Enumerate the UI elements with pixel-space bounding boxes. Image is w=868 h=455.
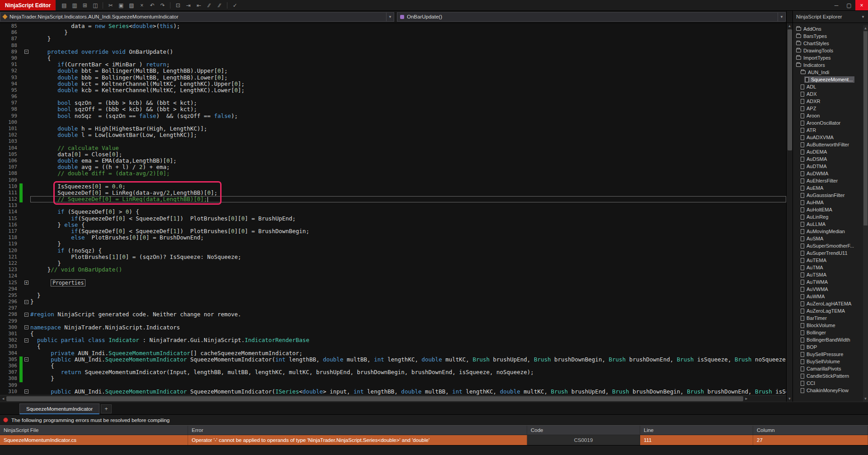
scroll-down-icon[interactable]: ▼ <box>787 396 793 402</box>
code-line-299[interactable]: 299 <box>0 318 786 324</box>
tab-squeeze-momentum-indicator[interactable]: SqueezeMomentumIndicator <box>19 403 99 414</box>
outdent-icon[interactable]: ⇤ <box>194 1 203 9</box>
print-icon[interactable]: ⊞ <box>80 1 90 9</box>
code-line-86[interactable]: 86 } <box>0 29 786 36</box>
undo-icon[interactable]: ↶ <box>147 1 157 9</box>
collapsed-region-box[interactable]: Properties <box>51 279 85 286</box>
explorer-item-autma[interactable]: AuTMA <box>793 264 863 271</box>
vertical-scrollbar-track[interactable]: ▲ ▼ <box>787 23 793 402</box>
vertical-scrollbar[interactable]: ▲ ▼ <box>786 11 793 402</box>
explorer-item-auadxvma[interactable]: AuADXVMA <box>793 134 863 141</box>
explorer-item-bollingerbandwidth[interactable]: BollingerBandWidth <box>793 336 863 343</box>
type-selector-dropdown[interactable]: NinjaTrader.NinjaScript.Indicators.AUN_I… <box>0 12 394 22</box>
explorer-item-auwma[interactable]: AuWMA <box>793 293 863 300</box>
code-line-125[interactable]: 125+ Properties <box>0 280 786 286</box>
code-line-94[interactable]: 94 double kct = KeltnerChannel(MultKC, L… <box>0 81 786 87</box>
code-line-296[interactable]: 296−} <box>0 299 786 305</box>
error-col-header-line[interactable]: Line <box>640 426 753 435</box>
code-line-297[interactable]: 297 <box>0 305 786 311</box>
code-line-112[interactable]: 112 // SqueezeDef[0] = LinReg(data,Lengt… <box>0 196 786 202</box>
minimize-icon[interactable]: ─ <box>830 0 843 10</box>
code-line-306[interactable]: 306 { <box>0 363 786 369</box>
member-selector-dropdown[interactable]: OnBarUpdate() ▼ <box>397 12 786 22</box>
explorer-item-ausma[interactable]: AuSMA <box>793 235 863 242</box>
new-tab-button[interactable]: + <box>101 404 112 413</box>
explorer-item-auehlersfilter[interactable]: AuEhlersFilter <box>793 177 863 184</box>
code-line-107[interactable]: 107 double avg = ((h + l) / 2) + ema; <box>0 164 786 170</box>
code-line-303[interactable]: 303 { <box>0 343 786 350</box>
explorer-item-auzerolagtema[interactable]: AuZeroLagTEMA <box>793 307 863 314</box>
code-line-301[interactable]: 301{ <box>0 331 786 337</box>
explorer-item-aun-indi[interactable]: AUN_Indi <box>793 69 863 76</box>
code-line-101[interactable]: 101 double h = High[HighestBar(High, Len… <box>0 126 786 132</box>
code-line-85[interactable]: 85 data = new Series<double>(this); <box>0 23 786 29</box>
scroll-down-icon[interactable]: ▼ <box>863 396 868 402</box>
explorer-item-auzerolaghatema[interactable]: AuZeroLagHATEMA <box>793 300 863 307</box>
explorer-item-autema[interactable]: AuTEMA <box>793 257 863 264</box>
code-line-110[interactable]: 110 IsSqueezes[0] = 0.0; <box>0 183 786 190</box>
explorer-item-drawingtools[interactable]: DrawingTools <box>793 47 863 54</box>
explorer-item-bartimer[interactable]: BarTimer <box>793 314 863 322</box>
explorer-item-addons[interactable]: AddOns <box>793 25 863 33</box>
code-line-123[interactable]: 123 }// void OnBarUpdate() <box>0 267 786 273</box>
horizontal-scrollbar-thumb[interactable] <box>6 396 743 401</box>
explorer-item-augaussianfilter[interactable]: AuGaussianFilter <box>793 192 863 199</box>
code-line-113[interactable]: 113 <box>0 202 786 209</box>
explorer-item-cci[interactable]: CCI <box>793 380 863 387</box>
vertical-scrollbar-thumb[interactable] <box>788 29 792 150</box>
code-line-104[interactable]: 104 // calculate Value <box>0 145 786 151</box>
explorer-item-aroon[interactable]: Aroon <box>793 112 863 119</box>
explorer-item-aullma[interactable]: AuLLMA <box>793 220 863 228</box>
save-icon[interactable]: ▤ <box>59 1 69 9</box>
code-line-116[interactable]: 116 } else { <box>0 222 786 228</box>
explorer-item-auvwma[interactable]: AuVWMA <box>793 286 863 293</box>
code-line-302[interactable]: 302− public partial class Indicator : Ni… <box>0 337 786 343</box>
explorer-item-chaikinmoneyflow[interactable]: ChaikinMoneyFlow <box>793 387 863 394</box>
fold-toggle-icon[interactable]: − <box>24 338 28 342</box>
explorer-item-auema[interactable]: AuEMA <box>793 184 863 192</box>
explorer-item-auholtema[interactable]: AuHoltEMA <box>793 206 863 213</box>
scroll-up-icon[interactable]: ▲ <box>863 25 868 31</box>
explorer-item-chartstyles[interactable]: ChartStyles <box>793 40 863 47</box>
code-line-294[interactable]: 294 <box>0 286 786 292</box>
code-line-95[interactable]: 95 double kcb = KeltnerChannel(MultKC, L… <box>0 87 786 94</box>
explorer-item-adx[interactable]: ADX <box>793 90 863 98</box>
error-col-header-ninjascript-file[interactable]: NinjaScript File <box>0 426 188 435</box>
explorer-item-squeezemoment-[interactable]: SqueezeMoment... <box>793 76 863 83</box>
code-line-92[interactable]: 92 double bbt = Bollinger(MultBB, Length… <box>0 68 786 74</box>
explorer-item-atr[interactable]: ATR <box>793 127 863 134</box>
code-line-309[interactable]: 309 <box>0 382 786 389</box>
code-line-97[interactable]: 97 bool sqzOn = (bbb > kcb) && (bbt < kc… <box>0 100 786 106</box>
chevron-down-icon[interactable]: ▼ <box>386 13 394 21</box>
explorer-item-ausupersmootherf-[interactable]: AuSuperSmootherF... <box>793 242 863 249</box>
compile-icon[interactable]: ✓ <box>230 1 240 9</box>
redo-icon[interactable]: ↷ <box>158 1 167 9</box>
fold-toggle-icon[interactable]: − <box>24 357 28 361</box>
code-line-89[interactable]: 89− protected override void OnBarUpdate(… <box>0 49 786 55</box>
explorer-item-audwma[interactable]: AuDWMA <box>793 170 863 177</box>
fold-toggle-icon[interactable]: − <box>24 389 28 394</box>
explorer-item-buysellvolume[interactable]: BuySellVolume <box>793 358 863 365</box>
fold-toggle-icon[interactable]: − <box>24 300 28 304</box>
explorer-scrollbar[interactable]: ▲ ▼ <box>863 25 868 402</box>
explorer-item-candlestickpattern[interactable]: CandleStickPattern <box>793 372 863 380</box>
paste-icon[interactable]: ▧ <box>127 1 136 9</box>
error-col-header-error[interactable]: Error <box>188 426 527 435</box>
code-line-90[interactable]: 90 { <box>0 55 786 61</box>
code-line-102[interactable]: 102 double l = Low[LowestBar(Low, Length… <box>0 132 786 138</box>
code-line-119[interactable]: 119 } <box>0 241 786 247</box>
explorer-scrollbar-thumb[interactable] <box>863 31 868 225</box>
close-icon[interactable]: × <box>855 0 868 10</box>
code-line-98[interactable]: 98 bool sqzOff = (bbb < kcb) && (bbt > k… <box>0 106 786 113</box>
error-row[interactable]: SqueezeMomentumIndicator.csOperator '-' … <box>0 435 868 445</box>
code-line-88[interactable]: 88 <box>0 42 786 49</box>
error-col-header-code[interactable]: Code <box>527 426 640 435</box>
chevron-down-icon[interactable]: ▼ <box>861 15 865 19</box>
code-line-109[interactable]: 109 <box>0 177 786 183</box>
comment-selection-icon[interactable]: ∕∕ <box>204 1 214 9</box>
fold-toggle-icon[interactable]: − <box>24 50 28 54</box>
code-line-96[interactable]: 96 <box>0 94 786 100</box>
explorer-item-buysellpressure[interactable]: BuySellPressure <box>793 351 863 358</box>
explorer-item-autwma[interactable]: AuTWMA <box>793 278 863 286</box>
code-line-118[interactable]: 118 else PlotBrushes[0][0] = BrushDownEn… <box>0 235 786 241</box>
